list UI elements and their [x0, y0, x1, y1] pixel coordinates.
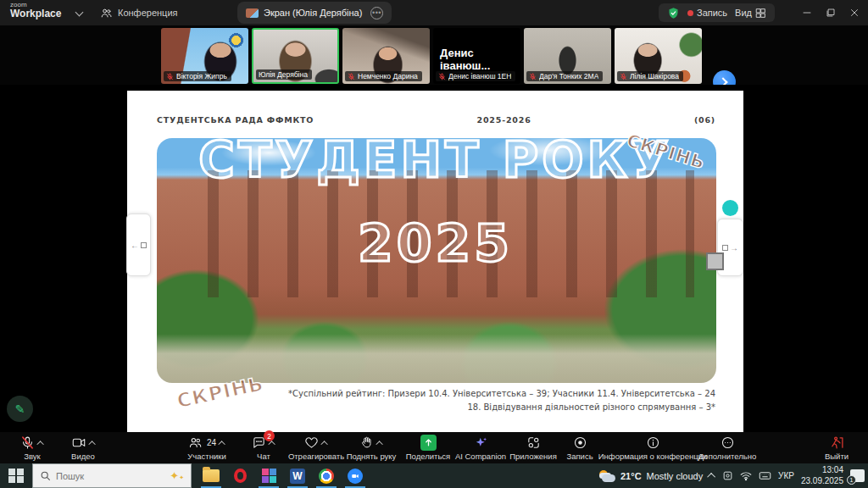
mute-button[interactable]: Звук	[6, 432, 58, 463]
tab-screen-share[interactable]: Экран (Юлія Дерябіна) •••	[237, 2, 392, 24]
start-button[interactable]	[0, 463, 32, 488]
taskbar-weather[interactable]: 21°C Mostly cloudy	[598, 463, 703, 488]
taskbar-file-explorer[interactable]	[197, 463, 225, 488]
slide-page-number: (06)	[694, 115, 715, 125]
share-icon	[420, 435, 437, 451]
participant-name: Денис іванюш 1ЕН	[448, 72, 511, 80]
tab-options-icon[interactable]: •••	[370, 7, 383, 19]
maximize-button[interactable]	[821, 0, 841, 25]
weather-description: Mostly cloudy	[647, 471, 704, 481]
participant-name: Дар'я Тонких 2МА	[539, 72, 598, 80]
participant-name: Немченко Дарина	[358, 72, 418, 80]
record-icon	[573, 435, 587, 450]
tray-app-icon[interactable]	[722, 470, 733, 481]
record-dot-icon	[687, 10, 693, 16]
muted-mic-icon	[348, 73, 355, 80]
participant-count: 24	[207, 438, 216, 447]
slide-header-left: СТУДЕНТСЬКА РАДА ФФМКТО	[157, 115, 314, 125]
taskbar-photos[interactable]	[254, 463, 283, 488]
slide-title-line2: 2025	[127, 214, 743, 273]
apps-button[interactable]: Приложения	[504, 432, 563, 463]
zoom-app-icon	[348, 469, 363, 484]
keyboard-icon[interactable]	[759, 471, 771, 480]
slide-footnote-line1: *Суспільний рейтинг: Призери 10.4. Уніве…	[288, 389, 715, 398]
chrome-icon	[319, 469, 334, 484]
muted-mic-icon	[529, 73, 537, 80]
meeting-toolbar: Звук Видео 24 Участники 2 Чат Отреагиров…	[0, 432, 868, 463]
language-indicator[interactable]: УКР	[778, 471, 794, 480]
clock-time: 13:04	[822, 465, 843, 474]
participant-tile[interactable]: Дар'я Тонких 2МА	[524, 28, 611, 84]
system-tray: УКР 13:04 23.09.2025 1	[709, 463, 868, 488]
chevron-up-icon[interactable]	[36, 441, 43, 447]
meeting-status-pill: Запись Вид	[659, 3, 775, 22]
chevron-up-icon[interactable]	[218, 441, 225, 447]
chevron-down-icon[interactable]	[75, 8, 84, 17]
camera-icon	[71, 435, 86, 450]
taskbar-zoom[interactable]	[341, 463, 370, 488]
grid-view-icon	[755, 8, 766, 19]
action-center-icon[interactable]: 1	[850, 469, 865, 482]
security-shield-icon[interactable]	[667, 7, 680, 19]
muted-mic-icon	[166, 73, 174, 80]
windows-logo-icon	[8, 469, 24, 484]
taskbar-opera[interactable]	[225, 463, 254, 488]
muted-mic-icon	[20, 435, 35, 450]
participants-button[interactable]: 24 Участники	[174, 432, 240, 463]
participant-tile[interactable]: Лілія Шакірова	[615, 28, 702, 84]
participants-icon	[100, 7, 113, 19]
participant-tile[interactable]: Вікторія Жипрь	[161, 28, 248, 84]
taskbar-chrome[interactable]	[312, 463, 341, 488]
recording-indicator[interactable]: Запись	[687, 8, 727, 18]
heart-icon	[304, 435, 319, 450]
taskbar-clock[interactable]: 13:04 23.09.2025	[801, 465, 843, 486]
weather-cloud-icon	[598, 470, 615, 482]
folder-icon	[203, 469, 220, 482]
window-titlebar: zoom Workplace Конференция Экран (Юлія Д…	[0, 0, 868, 25]
leave-button[interactable]: Выйти	[812, 432, 861, 463]
wifi-icon[interactable]	[740, 471, 752, 481]
photos-icon	[262, 469, 276, 483]
zoom-workplace-logo: zoom Workplace	[10, 2, 61, 19]
participant-name: Вікторія Жипрь	[176, 72, 227, 80]
participant-tile-active-speaker[interactable]: Юлія Дерябіна	[252, 28, 339, 84]
chevron-up-icon[interactable]	[320, 441, 327, 447]
screen-thumbnail-icon	[246, 8, 259, 18]
apps-icon	[526, 435, 541, 450]
chat-button[interactable]: 2 Чат	[240, 432, 287, 463]
search-input[interactable]	[56, 471, 149, 481]
meeting-info-button[interactable]: Информация о конференции	[597, 432, 709, 463]
exit-icon	[830, 435, 844, 450]
close-button[interactable]	[844, 0, 865, 25]
notification-badge: 1	[847, 475, 856, 485]
search-icon	[40, 470, 51, 481]
raise-hand-button[interactable]: Поднять руку	[339, 432, 403, 463]
annotate-button[interactable]: ✎	[7, 396, 33, 422]
tray-expand-icon[interactable]	[707, 473, 715, 481]
ai-sparkle-icon	[474, 435, 488, 450]
chat-unread-badge: 2	[264, 430, 275, 441]
participant-tile[interactable]: Денис іванюш... Денис іванюш 1ЕН	[433, 28, 520, 84]
participant-name: Юлія Дерябіна	[259, 70, 308, 79]
clock-date: 23.09.2025	[801, 476, 843, 485]
video-button[interactable]: Видео	[56, 432, 110, 463]
info-icon	[646, 435, 660, 450]
shared-screen-area: СТУДЕНТСЬКА РАДА ФФМКТО 2025-2026 (06) С…	[0, 85, 868, 432]
slide-footnote-line2: 18. Відвідування діяльностей різного спр…	[467, 402, 715, 412]
participant-name: Лілія Шакірова	[630, 72, 679, 80]
tab-meeting[interactable]: Конференция	[100, 0, 177, 25]
pencil-icon: ✎	[15, 402, 25, 416]
participants-icon	[188, 435, 203, 450]
presentation-slide: СТУДЕНТСЬКА РАДА ФФМКТО 2025-2026 (06) С…	[127, 91, 743, 432]
view-button[interactable]: Вид	[735, 8, 766, 19]
chevron-up-icon[interactable]	[88, 441, 95, 447]
participant-tile[interactable]: Немченко Дарина	[342, 28, 430, 84]
taskbar-word[interactable]: W	[283, 463, 312, 488]
word-icon: W	[290, 469, 305, 484]
muted-mic-icon	[620, 73, 627, 80]
minimize-button[interactable]	[797, 0, 817, 25]
chevron-up-icon[interactable]	[376, 441, 382, 447]
more-button[interactable]: Дополнительно	[693, 432, 761, 463]
taskbar-search[interactable]: ✦✦	[32, 463, 192, 488]
copilot-sparkle-icon[interactable]: ✦✦	[170, 470, 184, 481]
